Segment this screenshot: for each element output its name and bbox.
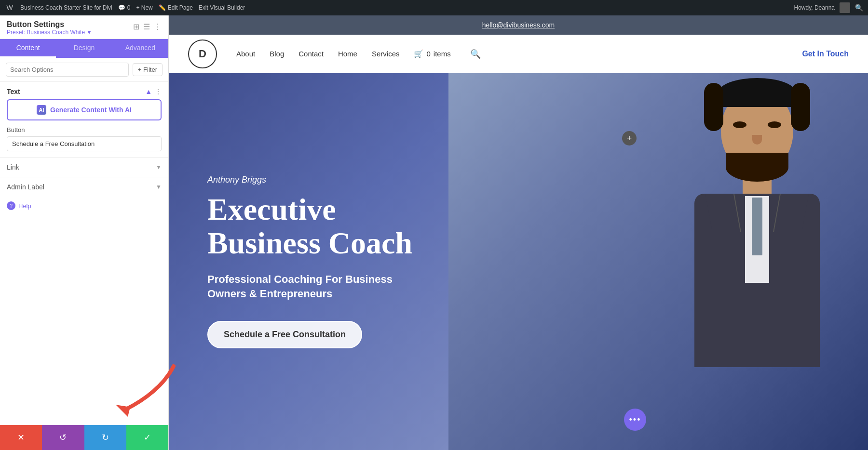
redo-icon: ↻ — [102, 432, 109, 443]
hero-subtitle: Professional Coaching For Business Owner… — [207, 272, 420, 302]
search-row: + Filter — [0, 58, 168, 82]
plus-button[interactable]: + — [622, 131, 637, 146]
help-row[interactable]: ? Help — [0, 197, 168, 215]
cart-label: items — [434, 50, 451, 58]
save-button[interactable]: ✓ — [126, 425, 168, 450]
panel-tabs: Content Design Advanced — [0, 39, 168, 58]
panel-grid-icon[interactable]: ⊞ — [133, 22, 139, 31]
section-more-icon[interactable]: ⋮ — [155, 88, 162, 95]
generate-ai-label: Generate Content With AI — [50, 106, 132, 114]
redo-button[interactable]: ↻ — [84, 425, 126, 450]
tab-advanced[interactable]: Advanced — [112, 39, 168, 58]
arrow-overlay — [96, 361, 193, 421]
site-header: D About Blog Contact Home Services 🛒 0 i… — [169, 35, 868, 73]
dots-button[interactable]: ••• — [624, 409, 646, 431]
save-icon: ✓ — [144, 432, 151, 443]
generate-ai-button[interactable]: AI Generate Content With AI — [7, 99, 162, 120]
help-label: Help — [18, 202, 31, 210]
cancel-icon: ✕ — [17, 432, 25, 443]
admin-edit-page[interactable]: ✏️ Edit Page — [159, 4, 193, 11]
text-section-title: Text — [7, 88, 20, 95]
section-chevron-up[interactable]: ▲ — [145, 88, 152, 95]
hero-content: Anthony Briggs Executive Business Coach … — [169, 146, 458, 377]
email-bar: hello@divibusiness.com — [169, 15, 868, 35]
nav-contact[interactable]: Contact — [298, 50, 324, 58]
admin-exit-builder[interactable]: Exit Visual Builder — [199, 4, 245, 11]
plus-icon: + — [627, 133, 632, 144]
cart-area[interactable]: 🛒 0 items — [414, 49, 450, 58]
wordpress-icon[interactable]: W — [5, 3, 14, 13]
cancel-button[interactable]: ✕ — [0, 425, 42, 450]
text-section-header: Text ▲ ⋮ — [0, 82, 168, 99]
nav-home[interactable]: Home — [338, 50, 357, 58]
email-link[interactable]: hello@divibusiness.com — [482, 21, 555, 29]
admin-new[interactable]: + New — [136, 4, 152, 11]
undo-button[interactable]: ↺ — [42, 425, 84, 450]
comment-count: 0 — [127, 4, 131, 11]
button-field-group: Button — [0, 126, 168, 157]
edit-page-label: Edit Page — [168, 4, 193, 11]
section-icons: ▲ ⋮ — [145, 88, 162, 95]
link-section-title: Link — [7, 163, 19, 171]
filter-label: Filter — [143, 66, 157, 73]
preset-label: Preset: Business Coach White — [7, 29, 85, 36]
filter-icon: + — [138, 66, 142, 73]
main-layout: Button Settings Preset: Business Coach W… — [0, 15, 868, 450]
panel-preset[interactable]: Preset: Business Coach White ▼ — [7, 29, 92, 36]
nav-services[interactable]: Services — [372, 50, 400, 58]
admin-label-section: Admin Label ▼ — [0, 177, 168, 197]
search-admin-icon[interactable]: 🔍 — [855, 4, 863, 12]
ai-icon: AI — [37, 105, 46, 115]
undo-icon: ↺ — [59, 432, 67, 443]
panel-more-icon[interactable]: ⋮ — [154, 22, 162, 31]
panel-columns-icon[interactable]: ☰ — [143, 22, 150, 31]
arrow-svg — [96, 361, 193, 419]
admin-comments[interactable]: 💬 0 — [118, 4, 131, 11]
site-nav: About Blog Contact Home Services 🛒 0 ite… — [236, 49, 802, 59]
link-chevron-icon: ▼ — [156, 164, 162, 171]
hero-cta-button[interactable]: Schedule a Free Consultation — [207, 321, 362, 348]
button-field-label: Button — [7, 126, 162, 133]
get-in-touch-button[interactable]: Get In Touch — [802, 50, 849, 58]
search-nav-icon[interactable]: 🔍 — [470, 49, 481, 59]
search-options-input[interactable] — [6, 63, 129, 77]
admin-site-name[interactable]: Business Coach Starter Site for Divi — [20, 4, 112, 11]
cart-count: 0 — [426, 50, 430, 58]
hero-person-image — [448, 73, 868, 450]
new-label: + New — [136, 4, 152, 11]
comment-icon: 💬 — [118, 4, 125, 11]
nav-blog[interactable]: Blog — [270, 50, 284, 58]
nav-about[interactable]: About — [236, 50, 255, 58]
admin-bar: W Business Coach Starter Site for Divi 💬… — [0, 0, 868, 15]
user-avatar[interactable] — [840, 2, 850, 13]
filter-button[interactable]: + Filter — [133, 63, 163, 76]
bottom-toolbar: ✕ ↺ ↻ ✓ — [0, 425, 168, 450]
link-section-header[interactable]: Link ▼ — [7, 158, 162, 177]
howdy-label: Howdy, Deanna — [794, 4, 835, 11]
site-logo[interactable]: D — [188, 40, 217, 68]
admin-label-title: Admin Label — [7, 183, 44, 191]
exit-builder-label: Exit Visual Builder — [199, 4, 245, 11]
tab-design[interactable]: Design — [56, 39, 112, 58]
right-area: hello@divibusiness.com D About Blog Cont… — [169, 15, 868, 450]
search-wrap — [6, 63, 129, 77]
hero-person-name: Anthony Briggs — [207, 175, 420, 185]
button-text-input[interactable] — [7, 136, 162, 151]
admin-label-chevron: ▼ — [156, 184, 162, 190]
hero-title: Executive Business Coach — [207, 193, 420, 261]
dots-icon: ••• — [629, 415, 641, 425]
tab-content[interactable]: Content — [0, 39, 56, 58]
help-icon: ? — [7, 201, 15, 210]
panel-title: Button Settings — [7, 20, 92, 29]
panel-header: Button Settings Preset: Business Coach W… — [0, 15, 168, 39]
person-silhouette — [448, 73, 868, 450]
admin-label-section-header[interactable]: Admin Label ▼ — [7, 177, 162, 197]
edit-icon: ✏️ — [159, 4, 166, 11]
left-panel: Button Settings Preset: Business Coach W… — [0, 15, 169, 450]
site-name-label: Business Coach Starter Site for Divi — [20, 4, 112, 11]
cart-icon: 🛒 — [414, 49, 423, 58]
preset-chevron: ▼ — [86, 29, 92, 36]
link-section: Link ▼ — [0, 157, 168, 177]
hero-section: Anthony Briggs Executive Business Coach … — [169, 73, 868, 450]
